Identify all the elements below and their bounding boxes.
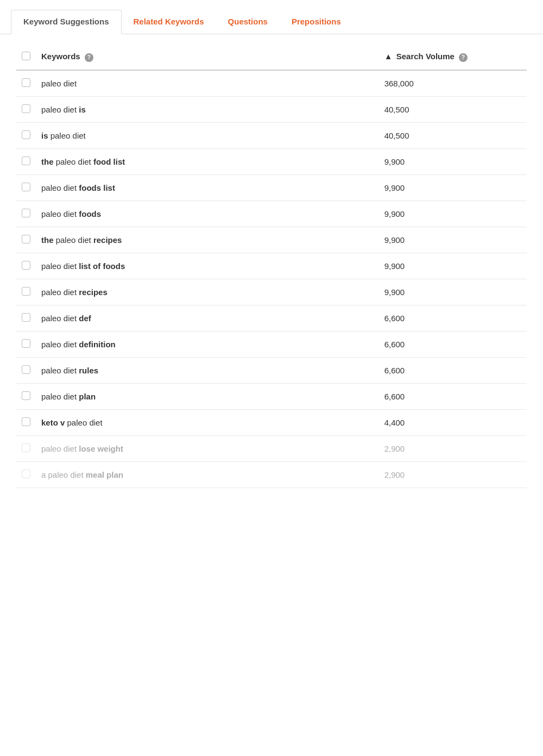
search-volume-cell: 2,900 <box>379 436 527 462</box>
table-row: paleo diet recipes9,900 <box>16 279 527 305</box>
table-row: paleo diet rules6,600 <box>16 358 527 384</box>
row-checkbox-cell <box>16 462 36 488</box>
keyword-bold-part: foods <box>79 209 101 218</box>
row-checkbox[interactable] <box>22 287 30 296</box>
row-checkbox[interactable] <box>22 391 30 400</box>
search-volume-info-icon: ? <box>459 53 468 62</box>
table-row: paleo diet def6,600 <box>16 305 527 332</box>
keyword-text-part: paleo diet <box>54 235 93 245</box>
search-volume-cell: 4,400 <box>379 410 527 436</box>
table-row: paleo diet lose weight2,900 <box>16 436 527 462</box>
search-volume-cell: 6,600 <box>379 384 527 410</box>
row-checkbox[interactable] <box>22 209 30 217</box>
main-container: Keyword Suggestions Related Keywords Que… <box>0 0 543 488</box>
keyword-text-part: paleo diet <box>41 79 77 88</box>
tab-prepositions[interactable]: Prepositions <box>280 10 353 34</box>
keyword-text-part: paleo diet <box>41 366 79 375</box>
row-checkbox[interactable] <box>22 104 30 113</box>
row-checkbox-cell <box>16 384 36 410</box>
row-checkbox[interactable] <box>22 235 30 243</box>
search-volume-cell: 6,600 <box>379 358 527 384</box>
table-row: paleo diet is40,500 <box>16 97 527 123</box>
keyword-bold-part: definition <box>79 340 116 349</box>
keyword-text-part: a paleo diet <box>41 470 86 479</box>
select-all-checkbox[interactable] <box>22 52 30 60</box>
search-volume-cell: 40,500 <box>379 123 527 149</box>
table-row: paleo diet foods list9,900 <box>16 175 527 201</box>
row-checkbox[interactable] <box>22 365 30 374</box>
row-checkbox[interactable] <box>22 339 30 348</box>
row-checkbox[interactable] <box>22 183 30 191</box>
table-body: paleo diet368,000paleo diet is40,500is p… <box>16 70 527 488</box>
keyword-bold-part: food list <box>93 157 125 166</box>
keyword-bold-part: is <box>41 131 48 140</box>
keyword-bold-part: keto v <box>41 418 65 427</box>
keyword-cell: a paleo diet meal plan <box>36 462 379 488</box>
row-checkbox[interactable] <box>22 443 30 452</box>
keyword-text-part: paleo diet <box>41 314 79 323</box>
keyword-cell: is paleo diet <box>36 123 379 149</box>
keyword-text-part: paleo diet <box>41 105 79 114</box>
table-row: paleo diet plan6,600 <box>16 384 527 410</box>
keyword-text-part: paleo diet <box>41 261 79 271</box>
search-volume-cell: 9,900 <box>379 279 527 305</box>
keyword-bold-part: is <box>79 105 86 114</box>
table-row: the paleo diet recipes9,900 <box>16 227 527 253</box>
keyword-cell: paleo diet plan <box>36 384 379 410</box>
search-volume-cell: 9,900 <box>379 253 527 279</box>
row-checkbox-cell <box>16 253 36 279</box>
keyword-cell: paleo diet rules <box>36 358 379 384</box>
row-checkbox[interactable] <box>22 130 30 139</box>
keyword-text-part: paleo diet <box>65 418 102 427</box>
search-volume-cell: 9,900 <box>379 201 527 227</box>
keyword-text-part: paleo diet <box>41 444 79 453</box>
keyword-cell: the paleo diet food list <box>36 149 379 175</box>
keyword-bold-part: foods list <box>79 183 115 192</box>
table-wrapper: Keywords ? ▲ Search Volume ? paleo diet3… <box>0 45 543 488</box>
search-volume-column-header[interactable]: ▲ Search Volume ? <box>379 45 527 70</box>
row-checkbox-cell <box>16 305 36 332</box>
search-volume-cell: 368,000 <box>379 70 527 97</box>
keyword-text-part: paleo diet <box>41 392 79 401</box>
table-row: is paleo diet40,500 <box>16 123 527 149</box>
select-all-header[interactable] <box>16 45 36 70</box>
tab-keyword-suggestions[interactable]: Keyword Suggestions <box>11 10 122 34</box>
keyword-cell: paleo diet foods list <box>36 175 379 201</box>
keyword-text-part: paleo diet <box>54 157 93 166</box>
table-row: paleo diet definition6,600 <box>16 332 527 358</box>
keyword-cell: keto v paleo diet <box>36 410 379 436</box>
tab-related-keywords[interactable]: Related Keywords <box>122 10 216 34</box>
table-row: paleo diet368,000 <box>16 70 527 97</box>
table-header-row: Keywords ? ▲ Search Volume ? <box>16 45 527 70</box>
keyword-text-part: paleo diet <box>41 209 79 218</box>
row-checkbox[interactable] <box>22 417 30 426</box>
keyword-cell: paleo diet <box>36 70 379 97</box>
row-checkbox-cell <box>16 149 36 175</box>
row-checkbox[interactable] <box>22 157 30 165</box>
keyword-bold-part: recipes <box>93 235 122 245</box>
tab-questions[interactable]: Questions <box>216 10 280 34</box>
table-row: the paleo diet food list9,900 <box>16 149 527 175</box>
row-checkbox[interactable] <box>22 261 30 270</box>
row-checkbox-cell <box>16 332 36 358</box>
keyword-text-part: paleo diet <box>41 340 79 349</box>
row-checkbox[interactable] <box>22 313 30 322</box>
keyword-bold-part: def <box>79 314 91 323</box>
keywords-info-icon: ? <box>85 53 93 62</box>
keywords-header-label: Keywords <box>41 52 80 61</box>
keyword-cell: paleo diet recipes <box>36 279 379 305</box>
row-checkbox[interactable] <box>22 470 30 478</box>
keyword-cell: paleo diet foods <box>36 201 379 227</box>
row-checkbox[interactable] <box>22 78 30 87</box>
keyword-bold-part: the <box>41 235 54 245</box>
keyword-bold-part: lose weight <box>79 444 123 453</box>
keyword-bold-part: recipes <box>79 288 108 297</box>
row-checkbox-cell <box>16 436 36 462</box>
keyword-cell: paleo diet is <box>36 97 379 123</box>
sort-asc-icon: ▲ <box>384 52 393 61</box>
keyword-bold-part: list of foods <box>79 261 125 271</box>
keywords-column-header: Keywords ? <box>36 45 379 70</box>
search-volume-cell: 9,900 <box>379 149 527 175</box>
search-volume-cell: 2,900 <box>379 462 527 488</box>
row-checkbox-cell <box>16 279 36 305</box>
